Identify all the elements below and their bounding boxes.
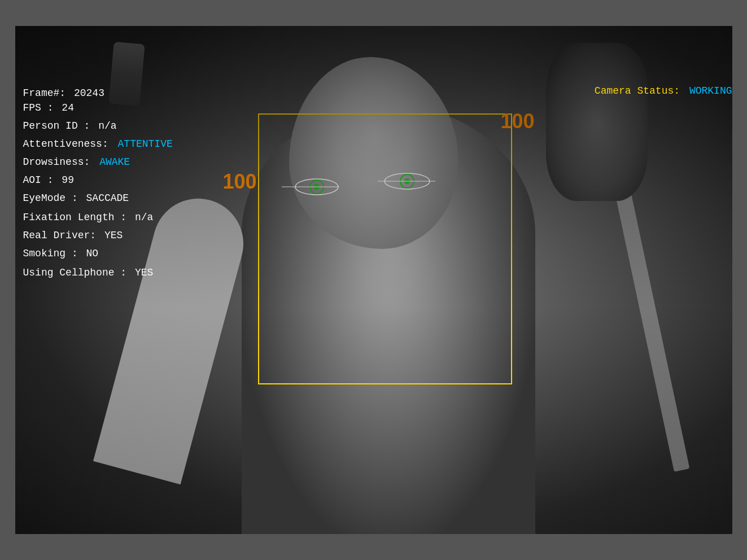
- main-screen: 100 100 Frame#: 20243 FPS : 24 Person ID…: [15, 26, 732, 534]
- top-overlay: [15, 26, 732, 308]
